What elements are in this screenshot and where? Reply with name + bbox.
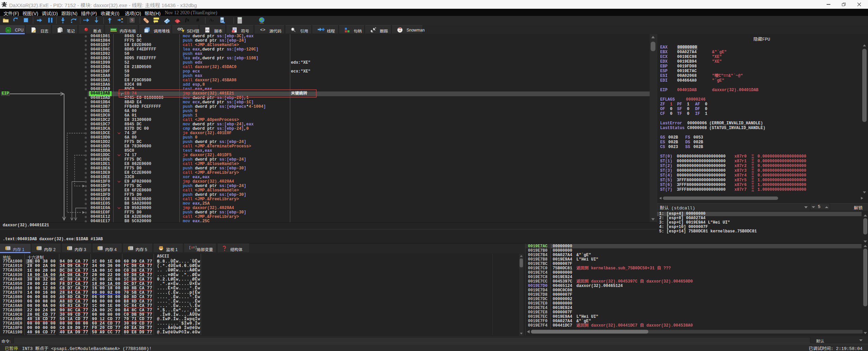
svg-text:<>: <> xyxy=(260,27,265,32)
svg-text:32: 32 xyxy=(7,29,10,32)
svg-text:<>: <> xyxy=(205,29,209,32)
